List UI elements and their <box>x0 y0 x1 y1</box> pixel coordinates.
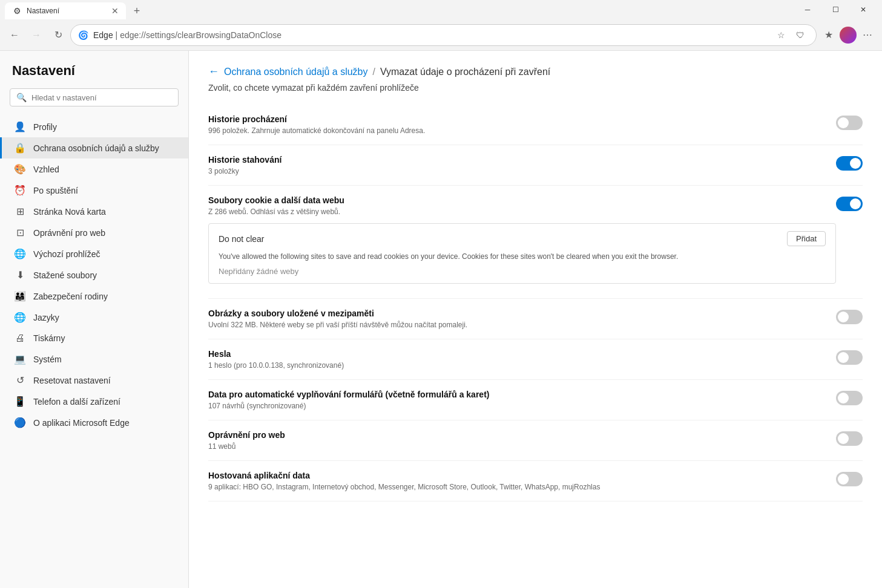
setting-info-historie-stahovani: Historie stahování 3 položky <box>208 155 836 175</box>
setting-desc-historie-stahovani: 3 položky <box>208 167 836 175</box>
toggle-hostovana-data[interactable] <box>836 472 863 486</box>
sidebar-icon-o-aplikaci: 🔵 <box>14 417 26 428</box>
toggle-soubory-cookie[interactable] <box>836 197 863 211</box>
active-tab[interactable]: ⚙ Nastavení ✕ <box>5 2 126 19</box>
setting-label-hesla: Hesla <box>208 349 836 359</box>
sidebar-item-reset[interactable]: ↺ Resetovat nastavení <box>0 370 188 391</box>
tab-close-button[interactable]: ✕ <box>109 5 121 17</box>
breadcrumb-separator: / <box>372 67 375 77</box>
setting-row-hostovana-data: Hostovaná aplikační data 9 aplikací: HBO… <box>208 461 863 501</box>
toggle-knob-hostovana-data <box>838 474 849 485</box>
address-bar[interactable]: 🌀 Edge | edge://settings/clearBrowsingDa… <box>70 24 817 46</box>
sidebar-item-vzhled[interactable]: 🎨 Vzhled <box>0 158 188 180</box>
sidebar-label-nova-karta: Stránka Nová karta <box>33 207 106 217</box>
breadcrumb: ← Ochrana osobních údajů a služby / Vyma… <box>208 65 863 78</box>
sidebar-item-po-spusteni[interactable]: ⏰ Po spuštění <box>0 180 188 201</box>
setting-label-obrazky: Obrázky a soubory uložené v mezipaměti <box>208 309 836 318</box>
setting-row-obrazky: Obrázky a soubory uložené v mezipaměti U… <box>208 299 863 339</box>
sidebar-label-zabezpeceni: Zabezpečení rodiny <box>33 292 108 301</box>
setting-info-formulare: Data pro automatické vyplňování formulář… <box>208 390 836 410</box>
sidebar: Nastavení 🔍 👤 Profily 🔒 Ochrana osobních… <box>0 51 189 588</box>
window-controls: ─ ☐ ✕ <box>794 0 877 19</box>
sidebar-item-profily[interactable]: 👤 Profily <box>0 116 188 137</box>
maximize-button[interactable]: ☐ <box>821 0 849 19</box>
toggle-historie-stahovani[interactable] <box>836 156 863 171</box>
toggle-obrazky[interactable] <box>836 310 863 324</box>
sidebar-label-telefon: Telefon a další zařízení <box>33 397 120 407</box>
setting-info-hesla: Hesla 1 heslo (pro 10.0.0.138, synchroni… <box>208 349 836 370</box>
sidebar-item-tiskarny[interactable]: 🖨 Tiskárny <box>0 328 188 348</box>
setting-row-historie-prochazeni: Historie procházení 996 položek. Zahrnuj… <box>208 105 863 145</box>
pridat-button[interactable]: Přidat <box>787 231 826 246</box>
toggle-knob-formulare <box>838 393 849 403</box>
setting-row-main-historie-prochazeni: Historie procházení 996 položek. Zahrnuj… <box>208 105 863 145</box>
breadcrumb-link[interactable]: Ochrana osobních údajů a služby <box>224 67 367 77</box>
setting-row-soubory-cookie: Soubory cookie a další data webu Z 286 w… <box>208 186 863 299</box>
title-bar: ⚙ Nastavení ✕ + ─ ☐ ✕ <box>0 0 882 19</box>
toggle-historie-prochazeni[interactable] <box>836 116 863 130</box>
close-window-button[interactable]: ✕ <box>849 0 877 19</box>
sidebar-icon-ochrana: 🔒 <box>14 142 26 154</box>
address-actions: ☆ 🛡 <box>772 27 809 44</box>
do-not-clear-title: Do not clear <box>219 234 264 244</box>
sidebar-item-opravneni[interactable]: ⊡ Oprávnění pro web <box>0 222 188 243</box>
sidebar-title: Nastavení <box>0 63 188 88</box>
address-separator: | <box>116 30 120 40</box>
setting-label-historie-prochazeni: Historie procházení <box>208 114 836 124</box>
toggle-opravneni-web[interactable] <box>836 431 863 446</box>
sidebar-item-stazene[interactable]: ⬇ Stažené soubory <box>0 264 188 286</box>
sidebar-item-system[interactable]: 💻 Systém <box>0 348 188 370</box>
shield-button[interactable]: 🛡 <box>792 27 809 44</box>
setting-info-soubory-cookie: Soubory cookie a další data webu Z 286 w… <box>208 195 836 289</box>
toggle-knob-opravneni-web <box>838 433 849 444</box>
sidebar-item-zabezpeceni[interactable]: 👨‍👩‍👧 Zabezpečení rodiny <box>0 286 188 307</box>
address-text: Edge | edge://settings/clearBrowsingData… <box>93 30 768 40</box>
setting-row-main-soubory-cookie: Soubory cookie a další data webu Z 286 w… <box>208 186 863 299</box>
back-button[interactable]: ← <box>5 25 24 45</box>
setting-row-main-opravneni-web: Oprávnění pro web 11 webů <box>208 420 863 461</box>
search-input[interactable] <box>31 93 172 102</box>
toggle-knob-obrazky <box>838 312 849 322</box>
setting-label-opravneni-web: Oprávnění pro web <box>208 430 836 440</box>
sidebar-item-o-aplikaci[interactable]: 🔵 O aplikaci Microsoft Edge <box>0 412 188 433</box>
sidebar-label-system: Systém <box>33 354 62 364</box>
setting-desc-formulare: 107 návrhů (synchronizované) <box>208 402 836 410</box>
setting-row-main-formulare: Data pro automatické vyplňování formulář… <box>208 380 863 420</box>
sidebar-icon-reset: ↺ <box>14 374 26 386</box>
sidebar-icon-stazene: ⬇ <box>14 269 26 281</box>
refresh-button[interactable]: ↻ <box>48 25 68 45</box>
sidebar-icon-nova-karta: ⊞ <box>14 206 26 217</box>
more-options-button[interactable]: ⋯ <box>858 25 877 45</box>
settings-rows: Historie procházení 996 položek. Zahrnuj… <box>208 105 863 501</box>
search-box[interactable]: 🔍 <box>10 88 179 106</box>
do-not-clear-section: Do not clear Přidat You've allowed the f… <box>208 223 836 284</box>
profile-avatar[interactable] <box>840 27 857 44</box>
sidebar-icon-vychozi-prohlizec: 🌐 <box>14 248 26 260</box>
sidebar-label-tiskarny: Tiskárny <box>33 333 65 343</box>
sidebar-items-list: 👤 Profily 🔒 Ochrana osobních údajů a slu… <box>0 116 188 433</box>
sidebar-item-ochrana[interactable]: 🔒 Ochrana osobních údajů a služby <box>0 137 188 158</box>
breadcrumb-back-button[interactable]: ← <box>208 65 219 78</box>
favorite-star-button[interactable]: ☆ <box>772 27 789 44</box>
address-url: edge://settings/clearBrowsingDataOnClose <box>120 30 281 40</box>
sidebar-item-vychozi-prohlizec[interactable]: 🌐 Výchozí prohlížeč <box>0 243 188 264</box>
sidebar-item-jazyky[interactable]: 🌐 Jazyky <box>0 307 188 328</box>
toggle-hesla[interactable] <box>836 350 863 365</box>
address-favicon-icon: 🌀 <box>78 30 88 40</box>
toggle-knob-soubory-cookie <box>850 198 861 209</box>
setting-label-hostovana-data: Hostovaná aplikační data <box>208 471 836 480</box>
forward-button[interactable]: → <box>27 25 46 45</box>
navigation-bar: ← → ↻ 🌀 Edge | edge://settings/clearBrow… <box>0 19 882 51</box>
tab-favicon-icon: ⚙ <box>12 6 22 16</box>
setting-row-opravneni-web: Oprávnění pro web 11 webů <box>208 420 863 461</box>
sidebar-item-telefon[interactable]: 📱 Telefon a další zařízení <box>0 391 188 412</box>
do-not-clear-header: Do not clear Přidat <box>219 231 826 246</box>
new-tab-button[interactable]: + <box>128 2 145 19</box>
setting-desc-obrazky: Uvolní 322 MB. Některé weby se při vaší … <box>208 321 836 329</box>
minimize-button[interactable]: ─ <box>794 0 821 19</box>
toggle-formulare[interactable] <box>836 391 863 405</box>
sidebar-item-nova-karta[interactable]: ⊞ Stránka Nová karta <box>0 201 188 222</box>
sidebar-icon-tiskarny: 🖨 <box>14 333 26 344</box>
setting-info-obrazky: Obrázky a soubory uložené v mezipaměti U… <box>208 309 836 329</box>
collections-button[interactable]: ★ <box>819 25 838 45</box>
